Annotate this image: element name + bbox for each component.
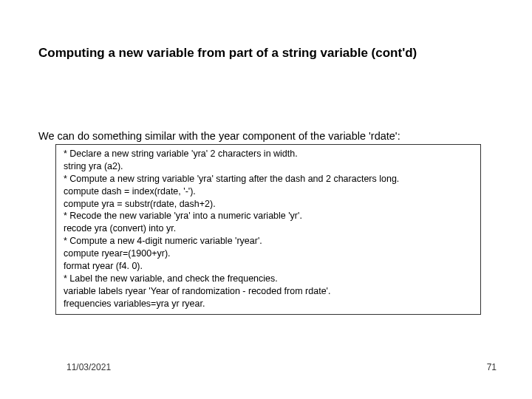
code-box: * Declare a new string variable 'yra' 2 … [55, 144, 481, 315]
code-line: compute dash = index(rdate, '-'). [64, 185, 473, 198]
code-line: variable labels ryear 'Year of randomiza… [64, 285, 473, 298]
page-title: Computing a new variable from part of a … [38, 46, 417, 61]
code-line: * Declare a new string variable 'yra' 2 … [64, 148, 473, 160]
code-line: compute ryear=(1900+yr). [64, 248, 473, 260]
code-line: string yra (a2). [64, 160, 473, 173]
footer-date: 11/03/2021 [66, 362, 111, 372]
code-line: * Label the new variable, and check the … [64, 273, 473, 285]
code-line: recode yra (convert) into yr. [64, 222, 473, 235]
footer-page-number: 71 [487, 362, 497, 372]
code-line: compute yra = substr(rdate, dash+2). [64, 198, 473, 211]
code-line: frequencies variables=yra yr ryear. [64, 298, 473, 310]
code-line: * Recode the new variable 'yra' into a n… [64, 210, 473, 222]
code-line: * Compute a new 4-digit numeric variable… [64, 235, 473, 248]
intro-text: We can do something similar with the yea… [38, 130, 400, 142]
code-line: * Compute a new string variable 'yra' st… [64, 173, 473, 185]
code-line: format ryear (f4. 0). [64, 260, 473, 273]
